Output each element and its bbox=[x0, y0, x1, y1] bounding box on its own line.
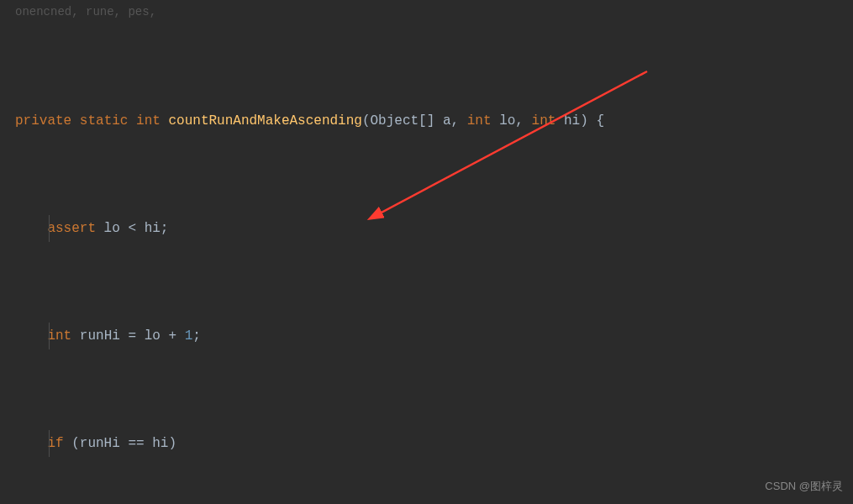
code-line: private static int countRunAndMakeAscend… bbox=[0, 108, 853, 134]
top-faded-text: onencned, rune, pes, bbox=[15, 0, 156, 24]
code-editor[interactable]: onencned, rune, pes, private static int … bbox=[0, 0, 853, 504]
code-line: if (runHi == hi) bbox=[0, 430, 853, 457]
csdn-watermark: CSDN @图梓灵 bbox=[765, 475, 843, 497]
code-line: assert lo < hi; bbox=[0, 215, 853, 242]
code-line: int runHi = lo + 1; bbox=[0, 323, 853, 349]
